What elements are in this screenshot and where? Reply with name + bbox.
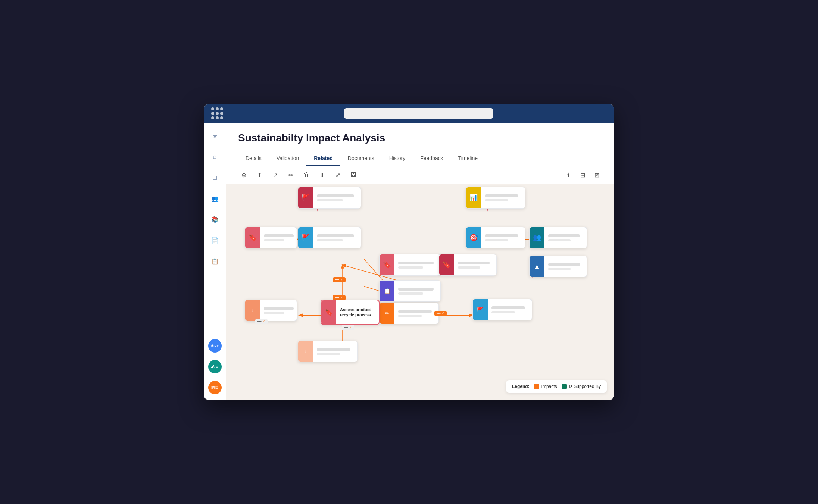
node-line2-c2 bbox=[458, 266, 480, 269]
page-title: Sustainabilty Impact Analysis bbox=[238, 132, 602, 144]
node-icon-selected: 🔖 bbox=[321, 300, 336, 324]
legend-label-impacts: Impacts bbox=[541, 384, 557, 389]
legend-item-impacts: Impacts bbox=[534, 384, 557, 389]
sidebar-books-icon[interactable]: 📚 bbox=[208, 213, 222, 226]
hierarchy-icon[interactable]: ⤢ bbox=[332, 169, 343, 181]
diagram-area[interactable]: 🚩 📊 🔖 bbox=[226, 184, 614, 400]
diagram-legend: Legend: Impacts Is Supported By bbox=[506, 380, 607, 393]
badge-8-8[interactable]: 8/8⊞ bbox=[208, 381, 222, 394]
titlebar bbox=[204, 104, 614, 123]
sidebar-grid-icon[interactable]: ⊞ bbox=[208, 171, 222, 184]
node-selected-label: Assess product recycle process bbox=[340, 307, 375, 318]
node-line2-left bbox=[264, 239, 284, 241]
sidebar-star-icon[interactable]: ★ bbox=[208, 129, 222, 143]
node-line1-target bbox=[485, 234, 518, 237]
edit-icon[interactable]: ✏ bbox=[285, 169, 296, 181]
node-purple[interactable]: 📋 bbox=[379, 280, 441, 302]
node-icon-gold: 📊 bbox=[466, 187, 481, 208]
node-content-lsb bbox=[313, 346, 354, 357]
sidebar-doc-icon[interactable]: 📄 bbox=[208, 234, 222, 247]
node-content-crimson1 bbox=[394, 259, 437, 271]
image-icon[interactable]: 🖼 bbox=[348, 169, 359, 181]
sidebar-home-icon[interactable]: ⌂ bbox=[208, 150, 222, 163]
node-crimson1[interactable]: 🔖 bbox=[379, 254, 441, 276]
badge-2-7[interactable]: 2/7⊞ bbox=[208, 360, 222, 373]
node-content-salmon bbox=[260, 305, 297, 316]
tab-feedback[interactable]: Feedback bbox=[413, 151, 450, 166]
node-line2 bbox=[317, 199, 343, 201]
node-icon-crimson2: 🔖 bbox=[439, 254, 454, 275]
node-gold[interactable]: 📊 bbox=[466, 187, 525, 209]
node-light-salmon-bottom[interactable]: › bbox=[298, 341, 358, 362]
node-content-gold bbox=[481, 192, 522, 204]
node-salmon-left[interactable]: › bbox=[245, 300, 297, 321]
badge-1-12[interactable]: 1/12⊞ bbox=[208, 339, 222, 353]
node-line1-sal bbox=[264, 307, 294, 310]
node-line2-pur bbox=[398, 292, 423, 295]
node-blue-flag[interactable]: 🚩 bbox=[298, 227, 361, 248]
sidebar-list-icon[interactable]: 📋 bbox=[208, 254, 222, 268]
legend-label-supported: Is Supported By bbox=[569, 384, 601, 389]
badge-selected-bottom: ━━✓ bbox=[342, 325, 354, 330]
node-orange-edit[interactable]: ✏ bbox=[379, 303, 439, 324]
node-icon-salmon: › bbox=[245, 300, 260, 321]
delete-icon[interactable]: 🗑 bbox=[301, 169, 312, 181]
content-header: Sustainabilty Impact Analysis Details Va… bbox=[226, 123, 614, 166]
badge-right-selected[interactable]: ━━✓ bbox=[434, 311, 447, 316]
node-icon-orange: ✏ bbox=[380, 303, 394, 324]
node-icon-blue-flag: 🚩 bbox=[298, 227, 313, 248]
main-content: Sustainabilty Impact Analysis Details Va… bbox=[226, 123, 614, 400]
sidebar: ★ ⌂ ⊞ 👥 📚 📄 📋 1/12⊞ 2/7⊞ 8/8⊞ bbox=[204, 123, 226, 400]
external-link-icon[interactable]: ↗ bbox=[269, 169, 281, 181]
node-icon-red: 🚩 bbox=[298, 187, 313, 208]
node-line2-target bbox=[485, 239, 508, 241]
node-pyramid[interactable]: ▲ bbox=[529, 256, 587, 277]
tab-related[interactable]: Related bbox=[306, 151, 340, 166]
tab-documents[interactable]: Documents bbox=[340, 151, 382, 166]
node-content-bfr bbox=[488, 304, 529, 316]
search-bar[interactable] bbox=[344, 108, 493, 119]
node-teal-people[interactable]: 👥 bbox=[529, 227, 587, 248]
node-crimson2[interactable]: 🔖 bbox=[439, 254, 497, 276]
node-left-red[interactable]: 🔖 bbox=[245, 227, 297, 248]
share-icon[interactable]: ⬆ bbox=[254, 169, 265, 181]
node-icon-target: 🎯 bbox=[466, 227, 481, 248]
node-line1-lsb bbox=[317, 348, 350, 351]
layout2-icon[interactable]: ⊠ bbox=[591, 169, 602, 181]
tab-history[interactable]: History bbox=[382, 151, 413, 166]
legend-dot-supported bbox=[562, 384, 567, 389]
node-selected[interactable]: 🔖 Assess product recycle process bbox=[321, 300, 380, 325]
node-content-orange bbox=[394, 308, 435, 319]
node-line1-c2 bbox=[458, 262, 490, 264]
node-blue-flag-right[interactable]: 🚩 bbox=[472, 299, 532, 320]
node-line1 bbox=[317, 194, 354, 197]
node-line1-pur bbox=[398, 288, 434, 291]
toolbar-right: ℹ ⊟ ⊠ bbox=[563, 169, 602, 181]
node-line1-left bbox=[264, 234, 294, 237]
tab-validation[interactable]: Validation bbox=[269, 151, 306, 166]
node-content-teal bbox=[544, 232, 584, 244]
app-grid-icon[interactable] bbox=[211, 107, 223, 119]
node-icon-crimson1: 🔖 bbox=[380, 254, 394, 275]
node-line1-gold bbox=[485, 194, 518, 197]
node-line1-bf bbox=[317, 234, 354, 237]
node-content-left bbox=[260, 232, 297, 244]
sidebar-users-icon[interactable]: 👥 bbox=[208, 192, 222, 205]
tab-details[interactable]: Details bbox=[238, 151, 269, 166]
node-line2-c1 bbox=[398, 266, 423, 269]
node-line2-bf bbox=[317, 239, 343, 241]
info-icon[interactable]: ℹ bbox=[563, 169, 574, 181]
add-icon[interactable]: ⊕ bbox=[238, 169, 249, 181]
legend-label: Legend: bbox=[512, 384, 530, 389]
node-content-selected: Assess product recycle process bbox=[336, 304, 379, 321]
tab-timeline[interactable]: Timeline bbox=[451, 151, 485, 166]
node-top-red[interactable]: 🚩 bbox=[298, 187, 361, 209]
legend-dot-impacts bbox=[534, 384, 539, 389]
badge-salmon-bottom: ━━✓ bbox=[255, 319, 268, 324]
node-line1-ora bbox=[398, 310, 432, 313]
badge-node-1[interactable]: ━━✓ bbox=[333, 277, 346, 282]
filter-icon[interactable]: ⬇ bbox=[316, 169, 328, 181]
node-target[interactable]: 🎯 bbox=[466, 227, 525, 248]
layout1-icon[interactable]: ⊟ bbox=[577, 169, 588, 181]
node-icon-teal-people: 👥 bbox=[530, 227, 544, 248]
